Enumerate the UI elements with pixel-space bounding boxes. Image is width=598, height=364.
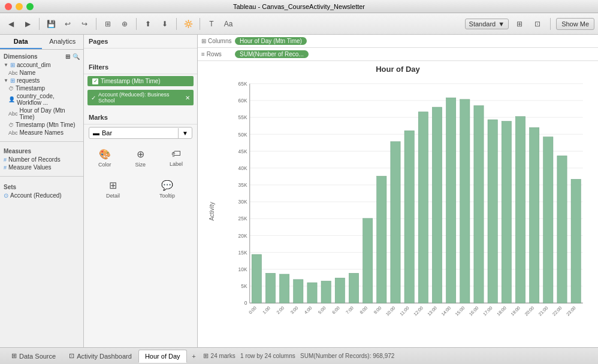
requests-group[interactable]: ▼ ⊞ requests (0, 77, 83, 84)
bar[interactable] (515, 117, 525, 303)
grid-button[interactable]: ⊞ (512, 17, 527, 31)
chart-content: 05K10K15K20K25K30K35K40K45K50K55K60K65K … (228, 77, 586, 335)
bar[interactable] (265, 273, 275, 303)
bar[interactable] (404, 131, 414, 303)
tab-data[interactable]: Data (0, 35, 42, 49)
filter-close-icon[interactable]: ✕ (185, 95, 190, 101)
data-source-tab[interactable]: ⊞ Data Source (5, 349, 62, 363)
highlight-button[interactable]: 🔆 (181, 17, 195, 31)
dim-hour-of-day[interactable]: Abc Hour of Day (Mtn Time) (5, 107, 83, 121)
tab-analytics[interactable]: Analytics (42, 35, 84, 49)
undo-button[interactable]: ↩ (61, 17, 75, 31)
add-tab-button[interactable]: + (189, 351, 199, 361)
marks-type-selector[interactable]: ▬ Bar ▼ (89, 127, 192, 139)
dim-measure-names[interactable]: Abc Measure Names (5, 129, 83, 136)
search-icon[interactable]: 🔍 (73, 53, 80, 60)
bar[interactable] (363, 219, 373, 303)
svg-text:8:00: 8:00 (359, 305, 369, 316)
svg-text:45K: 45K (238, 148, 247, 154)
account-dim-group[interactable]: ▼ ⊞ account_dim (0, 61, 83, 69)
rows-pill[interactable]: SUM(Number of Reco... (235, 50, 309, 58)
filter-account-reduced[interactable]: ✓ Account (Reduced): Business School ✕ (87, 90, 194, 105)
bar[interactable] (530, 128, 539, 303)
bar[interactable] (543, 137, 553, 303)
bar[interactable] (432, 107, 442, 303)
bar[interactable] (252, 254, 261, 303)
toolbar: ◀ ▶ 💾 ↩ ↪ ⊞ ⊕ ⬆ ⬇ 🔆 T Aa Standard ▼ ⊞ ⊡ … (0, 13, 598, 35)
font-button[interactable]: Aa (221, 17, 235, 31)
color-button[interactable]: 🎨 Color (93, 146, 116, 170)
y-axis-label: Activity (209, 202, 215, 221)
size-icon: ⊕ (137, 148, 144, 160)
sort-asc-button[interactable]: ⬆ (141, 17, 155, 31)
bar[interactable] (307, 283, 317, 303)
forward-button[interactable]: ▶ (20, 17, 35, 31)
bar[interactable] (571, 179, 581, 303)
dim-name[interactable]: Abc Name (5, 69, 83, 77)
traffic-lights (5, 3, 34, 10)
tooltip-button[interactable]: 💬 Tooltip (155, 177, 180, 201)
dim-measure-values[interactable]: # Measure Values (0, 163, 83, 171)
abc-icon2: Abc (8, 111, 18, 117)
measures-header: Measures (0, 147, 83, 156)
fit-button[interactable]: ⊡ (530, 17, 545, 31)
activity-dashboard-tab[interactable]: ⊡ Activity Dashboard (62, 349, 138, 363)
dim-timestamp-req[interactable]: ⏱ Timestamp (5, 84, 83, 92)
dim-country-code[interactable]: 👤 country_code, Workflow ... (5, 92, 83, 107)
bar[interactable] (446, 98, 456, 303)
bar[interactable] (349, 273, 358, 303)
data-source-button[interactable]: ⊞ (101, 17, 115, 31)
dimensions-header-icons: ⊞ 🔍 (65, 53, 80, 60)
grid-icon[interactable]: ⊞ (65, 53, 70, 60)
filter-timestamp[interactable]: ✓ Timestamp (Mtn Time) (87, 76, 194, 86)
redo-button[interactable]: ↪ (77, 17, 92, 31)
save-button[interactable]: 💾 (44, 17, 58, 31)
detail-button[interactable]: ⊞ Detail (101, 177, 125, 201)
duplicate-tab-button[interactable]: ⊞ (201, 351, 211, 361)
svg-text:22:00: 22:00 (551, 305, 563, 317)
dim-timestamp-mtn[interactable]: ⏱ Timestamp (Mtn Time) (5, 121, 83, 129)
svg-text:25K: 25K (238, 216, 247, 222)
dashboard-icon: ⊡ (69, 352, 74, 360)
close-button[interactable] (5, 3, 12, 10)
label-button[interactable]: 🏷 Label (165, 146, 188, 170)
marks-type-dropdown[interactable]: ▼ (178, 128, 192, 138)
bar[interactable] (321, 281, 331, 303)
separator5 (200, 18, 200, 30)
back-button[interactable]: ◀ (4, 17, 18, 31)
bar[interactable] (488, 120, 497, 303)
svg-text:0: 0 (244, 300, 247, 306)
standard-select[interactable]: Standard ▼ (465, 19, 509, 29)
bars[interactable] (252, 98, 581, 303)
measures-section: Measures # Number of Records # Measure V… (0, 144, 83, 174)
svg-text:10K: 10K (238, 266, 247, 272)
bar[interactable] (502, 122, 511, 304)
text-button[interactable]: T (204, 17, 219, 31)
bar[interactable] (294, 280, 303, 303)
bar[interactable] (335, 278, 345, 303)
middle-panel: Pages Filters ✓ Timestamp (Mtn Time) ✓ A… (84, 35, 198, 347)
bar[interactable] (557, 156, 567, 303)
connect-button[interactable]: ⊕ (117, 17, 132, 31)
marks-icons-row2: ⊞ Detail 💬 Tooltip (84, 175, 197, 206)
maximize-button[interactable] (26, 3, 34, 10)
hour-of-day-tab[interactable]: Hour of Day (138, 350, 187, 363)
svg-text:60K: 60K (238, 98, 247, 104)
bar[interactable] (377, 176, 386, 303)
dim-number-of-records[interactable]: # Number of Records (0, 156, 83, 163)
bar[interactable] (460, 99, 470, 303)
show-me-button[interactable]: Show Me (556, 18, 594, 30)
size-button[interactable]: ⊕ Size (130, 146, 150, 170)
bar[interactable] (418, 112, 428, 303)
bar[interactable] (391, 142, 400, 304)
sort-desc-button[interactable]: ⬇ (158, 17, 172, 31)
sets-section: Sets ⊙ Account (Reduced) (0, 179, 83, 202)
separator4 (176, 18, 177, 30)
columns-pill[interactable]: Hour of Day (Mtn Time) (235, 37, 307, 45)
bar[interactable] (280, 274, 289, 303)
set-account-reduced[interactable]: ⊙ Account (Reduced) (0, 192, 83, 199)
bar[interactable] (474, 105, 484, 303)
svg-text:9:00: 9:00 (373, 305, 382, 316)
clock-icon2: ⏱ (8, 122, 14, 128)
minimize-button[interactable] (16, 3, 23, 10)
